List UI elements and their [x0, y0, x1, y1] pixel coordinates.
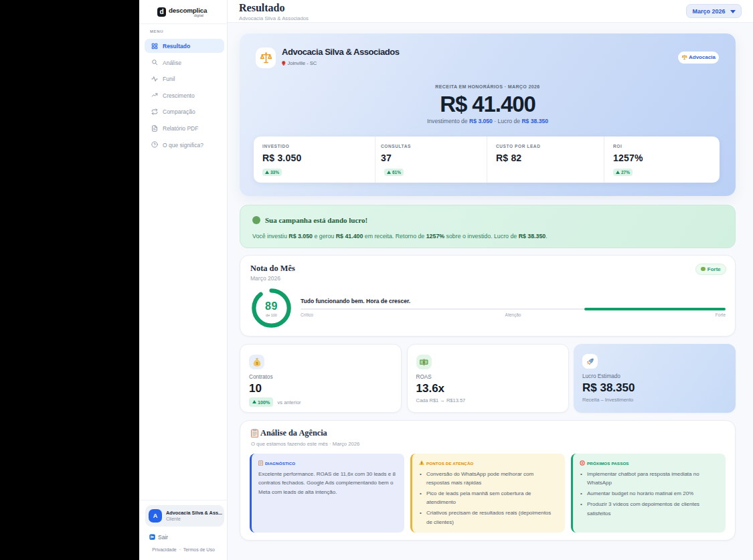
svg-text:$: $	[256, 361, 258, 365]
